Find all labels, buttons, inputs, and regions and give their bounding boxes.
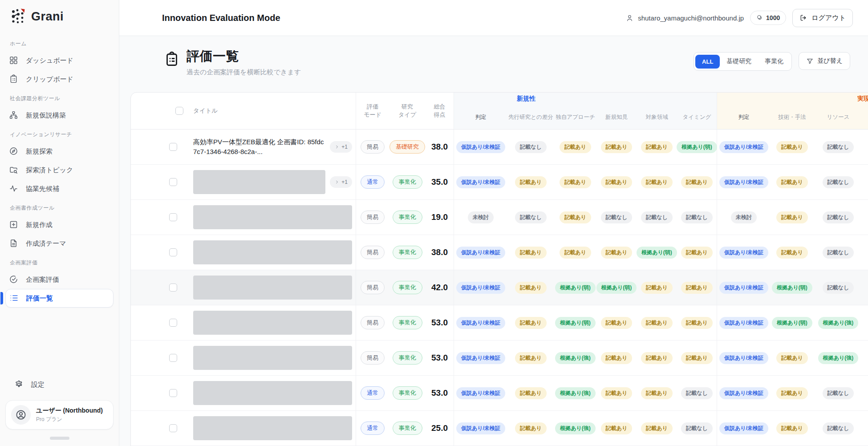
sidebar-item-label: 評価一覧 xyxy=(26,294,53,303)
feasibility-rating-badge: 未検討 xyxy=(731,211,757,223)
filter-segment-事業化[interactable]: 事業化 xyxy=(758,54,790,69)
table-row[interactable]: 簡易事業化38.0仮説あり/未検証記載あり記載あり記載あり根拠あり(弱)記載あり… xyxy=(131,235,868,270)
nav-section-label: イノベーションリサーチ xyxy=(0,125,119,142)
col-header-score: 総合 得点 xyxy=(426,93,454,129)
novelty-rating-badge: 仮説あり/未検証 xyxy=(456,387,505,399)
table-row[interactable]: 通常事業化53.0仮説あり/未検証記載あり根拠あり(強)記載あり記載あり記載なし… xyxy=(131,376,868,411)
novelty-rating-badge: 記載あり xyxy=(601,247,633,259)
row-title[interactable]: 高効率PV一体型ZEB最適化 企画書ID: 85fdc7c7-1346-4268… xyxy=(193,137,325,157)
filter-segment-ALL[interactable]: ALL xyxy=(695,55,720,69)
sort-button[interactable]: 並び替え xyxy=(799,52,850,70)
sidebar-item-4-0[interactable]: 企画案評価 xyxy=(5,270,114,289)
coins-icon xyxy=(756,14,763,21)
avatar xyxy=(11,405,31,425)
subcol-spacer xyxy=(863,105,868,129)
sidebar-item-2-0[interactable]: 新規探索 xyxy=(5,142,114,161)
row-title-skeleton xyxy=(193,276,352,300)
page-header: 評価一覧 過去の企画案評価を横断比較できます ALL基礎研究事業化 並び替え xyxy=(164,48,850,84)
novelty-rating-badge: 記載あり xyxy=(641,317,673,329)
feasibility-rating-badge: 根拠あり(弱) xyxy=(772,282,812,294)
row-checkbox[interactable] xyxy=(169,213,177,221)
table-row[interactable]: 簡易事業化42.0仮説あり/未検証記載あり根拠あり(弱)根拠あり(弱)記載あり記… xyxy=(131,270,868,305)
filter-segment-基礎研究[interactable]: 基礎研究 xyxy=(720,54,758,69)
row-checkbox[interactable] xyxy=(169,284,177,292)
logout-button[interactable]: ログアウト xyxy=(792,9,853,27)
novelty-rating-badge: 記載あり xyxy=(515,387,547,399)
novelty-rating-badge: 記載あり xyxy=(601,422,633,434)
sidebar-drag-handle[interactable] xyxy=(50,437,69,440)
table-row[interactable]: +1通常事業化35.0仮説あり/未検証記載あり記載あり記載あり記載あり記載あり仮… xyxy=(131,165,868,200)
user-plan: Pro プラン xyxy=(36,416,103,423)
user-card[interactable]: ユーザー (Northbound) Pro プラン xyxy=(5,400,114,430)
subcol-novelty-0: 判定 xyxy=(454,105,507,129)
sidebar-item-0-1[interactable]: クリップボード xyxy=(5,70,114,89)
table-row[interactable]: 簡易事業化19.0未検討記載なし記載あり記載なし記載なし記載なし未検討記載あり記… xyxy=(131,200,868,235)
row-checkbox[interactable] xyxy=(169,424,177,432)
novelty-rating-badge: 記載あり xyxy=(641,352,673,364)
sidebar-item-3-1[interactable]: 作成済テーマ xyxy=(5,234,114,253)
row-checkbox[interactable] xyxy=(169,319,177,327)
sidebar-item-2-2[interactable]: 協業先候補 xyxy=(5,179,114,198)
col-header-type: 研究 タイプ xyxy=(389,93,426,129)
feasibility-rating-badge: 記載なし xyxy=(823,141,854,153)
novelty-rating-badge: 記載あり xyxy=(681,282,713,294)
subcol-novelty-5: タイミング xyxy=(677,105,717,129)
sidebar-item-4-1[interactable]: 評価一覧 xyxy=(5,289,114,308)
novelty-rating-badge: 仮説あり/未検証 xyxy=(456,352,505,364)
expand-more-badge[interactable]: +1 xyxy=(330,176,352,188)
feasibility-rating-badge: 記載なし xyxy=(823,422,854,434)
evaluation-table: タイトル評価 モード研究 タイプ総合 得点新規性実現性判定先行研究との差分独自ア… xyxy=(130,92,868,446)
sidebar-item-label: クリップボード xyxy=(26,75,73,84)
feasibility-rating-badge: 根拠あり(強) xyxy=(818,317,859,329)
mode-badge: 通常 xyxy=(361,386,385,400)
sidebar-item-2-1[interactable]: 探索済トピック xyxy=(5,161,114,179)
logout-icon xyxy=(799,14,807,22)
subcol-novelty-1: 先行研究との差分 xyxy=(507,105,554,129)
sidebar-item-settings[interactable]: 設定 xyxy=(11,375,108,394)
type-badge: 事業化 xyxy=(393,422,422,435)
feasibility-rating-badge: 記載なし xyxy=(823,247,854,259)
row-checkbox[interactable] xyxy=(169,389,177,397)
row-checkbox[interactable] xyxy=(169,143,177,151)
app-mode-title: Innovation Evaluation Mode xyxy=(162,13,280,23)
table-row[interactable]: 簡易事業化53.0仮説あり/未検証記載あり根拠あり(弱)記載あり記載あり記載あり… xyxy=(131,305,868,341)
select-all-checkbox[interactable] xyxy=(175,107,183,115)
table-row[interactable]: 高効率PV一体型ZEB最適化 企画書ID: 85fdc7c7-1346-4268… xyxy=(131,130,868,165)
clipboard-icon xyxy=(9,74,19,84)
row-checkbox[interactable] xyxy=(169,178,177,186)
user-circle-icon xyxy=(15,409,27,421)
mode-badge: 通常 xyxy=(361,422,385,435)
gear-icon xyxy=(14,380,24,389)
feasibility-rating-badge: 記載あり xyxy=(776,352,808,364)
feasibility-rating-badge: 根拠あり(強) xyxy=(818,352,859,364)
novelty-rating-badge: 記載なし xyxy=(641,211,673,223)
credits-badge[interactable]: 1000 xyxy=(750,11,786,25)
novelty-rating-badge: 根拠あり(弱) xyxy=(555,282,596,294)
table-row[interactable]: 通常事業化25.0仮説あり/未検証記載あり根拠あり(強)記載あり記載あり記載なし… xyxy=(131,411,868,446)
novelty-rating-badge: 記載なし xyxy=(601,211,633,223)
novelty-rating-badge: 記載あり xyxy=(515,422,547,434)
row-checkbox[interactable] xyxy=(169,354,177,362)
topbar: Innovation Evaluation Mode shutaro_yamag… xyxy=(119,0,868,36)
sidebar-item-1-0[interactable]: 新規仮説構築 xyxy=(5,106,114,125)
novelty-rating-badge: 記載なし xyxy=(515,211,547,223)
feasibility-rating-badge: 仮説あり/未検証 xyxy=(719,387,768,399)
type-badge: 事業化 xyxy=(393,316,422,329)
sidebar-item-0-0[interactable]: ダッシュボード xyxy=(5,51,114,70)
type-badge: 事業化 xyxy=(393,281,422,294)
brand-logo[interactable]: Grani xyxy=(0,0,119,31)
table-row[interactable]: 簡易事業化53.0仮説あり/未検証記載あり根拠あり(強)記載あり記載あり記載あり… xyxy=(131,341,868,376)
chevron-right-icon xyxy=(334,179,340,185)
nav-section-label: 企画案評価 xyxy=(0,253,119,270)
expand-more-badge[interactable]: +1 xyxy=(330,141,352,153)
novelty-rating-badge: 記載あり xyxy=(641,176,673,188)
novelty-rating-badge: 記載あり xyxy=(560,141,591,153)
row-title-skeleton xyxy=(193,170,325,194)
mode-badge: 通常 xyxy=(361,175,385,189)
sidebar-item-label: 新規仮説構築 xyxy=(26,111,66,120)
row-checkbox[interactable] xyxy=(169,248,177,256)
feasibility-rating-badge: 記載あり xyxy=(776,141,808,153)
novelty-rating-badge: 根拠あり(弱) xyxy=(637,247,677,259)
novelty-rating-badge: 記載なし xyxy=(681,422,713,434)
sidebar-item-3-0[interactable]: 新規作成 xyxy=(5,215,114,234)
